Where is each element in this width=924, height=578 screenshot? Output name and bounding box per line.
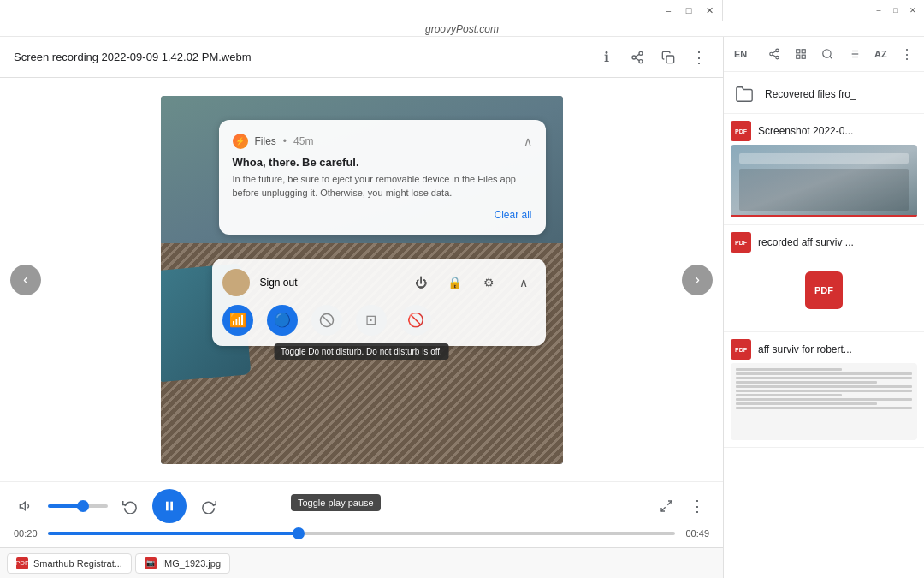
chevron-up-icon[interactable]: ∧ [512,271,536,295]
sign-out-label[interactable]: Sign out [260,277,399,289]
wifi-toggle[interactable]: 📶 [222,305,253,336]
video-frame: ⚡ Files • 45m ∧ Whoa, there. Be careful.… [161,96,563,464]
share-icon[interactable] [627,47,648,68]
pdf-icon-recorded: PDF [731,232,751,253]
files-view-toggle-btn[interactable] [791,42,810,66]
svg-rect-5 [666,56,674,63]
progress-thumb [293,527,305,539]
video-minimize-btn[interactable]: – [659,3,678,18]
svg-rect-18 [797,50,800,53]
notif-collapse-icon[interactable]: ∧ [524,134,532,148]
files-search-btn[interactable] [817,42,837,66]
power-icon[interactable]: ⏻ [409,271,433,295]
quick-settings-panel: Sign out ⏻ 🔒 ⚙ ∧ 📶 🔵 Toggle Do not distu… [212,259,546,346]
video-maximize-btn[interactable]: □ [679,3,698,18]
file-item-recorded-aff[interactable]: PDF recorded aff surviv ... PDF [724,225,924,332]
fullscreen-btn[interactable] [654,494,678,518]
thumbnail-doc [731,363,917,440]
notif-body: In the future, be sure to eject your rem… [233,172,532,200]
files-maximize-btn[interactable]: □ [888,3,903,17]
svg-rect-10 [170,502,173,511]
svg-line-7 [322,315,331,325]
volume-thumb [77,500,89,512]
pdf-icon-aff: PDF [731,339,751,360]
svg-rect-20 [797,55,800,58]
notif-clear-btn[interactable]: Clear all [233,209,532,221]
svg-line-12 [661,507,666,511]
notif-time-ago: 45m [293,135,313,147]
file-item-recovered[interactable]: Recovered files fro_ [724,75,924,114]
pdf-icon-screenshot: PDF [731,121,751,141]
taskbar-item-img[interactable]: 📷 IMG_1923.jpg [135,553,230,574]
nav-prev-btn[interactable]: ‹ [10,265,41,295]
img-icon: 📷 [145,557,157,569]
more-ctrl-icon[interactable]: ⋮ [685,494,709,518]
play-pause-btn[interactable] [152,489,187,523]
thumbnail-screenshot [731,145,917,217]
notification-card: ⚡ Files • 45m ∧ Whoa, there. Be careful.… [219,120,546,235]
rewind-btn[interactable] [118,494,142,518]
svg-point-13 [775,49,779,52]
files-close-btn[interactable]: ✕ [905,3,921,17]
svg-marker-8 [20,502,25,509]
info-icon[interactable]: ℹ [596,47,617,68]
svg-point-1 [632,56,636,59]
files-list-view-btn[interactable] [844,42,864,66]
lock-icon[interactable]: 🔒 [443,271,467,295]
files-more-btn[interactable]: ⋮ [897,42,917,66]
svg-point-0 [639,51,643,55]
file-item-aff-surviv[interactable]: PDF aff surviv for robert... [724,332,924,448]
site-label: groovyPost.com [425,23,499,35]
progress-bar[interactable] [48,532,675,535]
eye-off-toggle[interactable]: 🚫 [400,305,431,336]
notif-title: Whoa, there. Be careful. [233,156,532,169]
dnd-toggle[interactable]: Toggle Do not disturb. Do not disturb is… [311,305,342,336]
svg-rect-9 [166,502,169,511]
files-share-btn[interactable] [764,42,784,66]
svg-line-3 [636,58,640,61]
svg-rect-19 [802,50,805,53]
file-item-screenshot[interactable]: PDF Screenshot 2022-0... [724,114,924,225]
files-app-icon: ⚡ [233,134,248,149]
svg-line-11 [667,501,672,505]
fast-forward-btn[interactable] [197,494,221,518]
thumbnail-pdf: PDF [731,256,917,325]
taskbar-label-img: IMG_1923.jpg [162,558,221,569]
taskbar-item-smarthub[interactable]: PDF Smarthub Registrat... [7,553,132,574]
taskbar-label-smarthub: Smarthub Registrat... [33,558,122,569]
svg-point-22 [823,50,831,57]
volume-icon[interactable] [14,494,38,518]
files-sort-btn[interactable]: AZ [871,42,891,66]
svg-point-14 [769,52,773,56]
video-close-btn[interactable]: ✕ [700,3,719,18]
notif-app-name: Files [255,135,276,147]
dnd-tooltip: Toggle Do not disturb. Do not disturb is… [274,343,449,360]
file-label-recovered: Recovered files fro_ [765,88,856,100]
svg-point-15 [775,56,779,59]
files-lang-btn[interactable]: EN [731,42,750,66]
current-time: 00:20 [14,528,41,539]
svg-point-2 [639,59,643,63]
settings-icon[interactable]: ⚙ [477,271,501,295]
file-label-recorded: recorded aff surviv ... [758,236,854,248]
svg-line-17 [773,51,776,53]
svg-line-23 [830,57,832,59]
svg-rect-21 [802,55,805,58]
site-bar: groovyPost.com [0,21,924,37]
screen-capture-toggle[interactable]: ⊡ [356,305,387,336]
nav-next-btn[interactable]: › [682,265,713,295]
file-label-aff: aff surviv for robert... [758,343,852,355]
bluetooth-toggle[interactable]: 🔵 [267,305,298,336]
files-minimize-btn[interactable]: – [871,3,886,17]
total-time: 00:49 [682,528,709,539]
svg-line-16 [773,55,776,57]
more-options-icon[interactable]: ⋮ [689,47,709,68]
volume-slider[interactable] [48,504,108,508]
copy-icon[interactable] [658,47,678,68]
file-label-screenshot: Screenshot 2022-0... [758,125,853,137]
notif-time: • [283,135,287,147]
folder-icon [731,82,758,106]
video-title: Screen recording 2022-09-09 1.42.02 PM.w… [14,51,596,63]
smarthub-icon: PDF [16,557,28,569]
pdf-badge: PDF [805,271,843,309]
